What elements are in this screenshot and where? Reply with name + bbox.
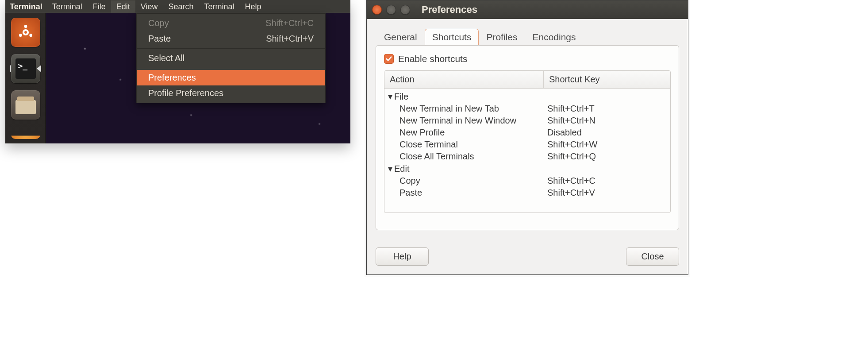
tab-encodings[interactable]: Encodings (525, 29, 583, 45)
tab-profiles[interactable]: Profiles (479, 29, 525, 45)
menu-file[interactable]: File (88, 0, 111, 13)
svg-point-0 (23, 30, 28, 35)
preferences-dialog: Preferences General Shortcuts Profiles E… (366, 0, 688, 275)
shortcut-action: New Terminal in New Window (399, 116, 547, 126)
window-close-button[interactable] (372, 5, 382, 15)
shortcut-row[interactable]: PasteShift+Ctrl+V (384, 187, 670, 199)
edit-dropdown-menu: Copy Shift+Ctrl+C Paste Shift+Ctrl+V Sel… (136, 13, 326, 103)
shortcut-key: Shift+Ctrl+Q (547, 151, 670, 162)
edit-copy-item[interactable]: Copy Shift+Ctrl+C (137, 15, 325, 31)
shortcut-key: Disabled (547, 128, 670, 138)
dialog-title: Preferences (422, 4, 477, 15)
shortcut-row[interactable]: New Terminal in New TabShift+Ctrl+T (384, 103, 670, 115)
menu-separator (137, 48, 325, 49)
menu-item-accel: Shift+Ctrl+V (266, 34, 314, 44)
shortcut-action: New Profile (399, 128, 547, 138)
desktop-screenshot: Terminal Terminal File Edit View Search … (5, 0, 350, 143)
menu-item-label: Select All (148, 53, 184, 63)
column-header-action[interactable]: Action (384, 71, 544, 88)
menu-terminal[interactable]: Terminal (47, 0, 88, 13)
menu-search[interactable]: Search (163, 0, 199, 13)
menu-item-accel: Shift+Ctrl+C (265, 18, 314, 28)
shortcuts-table-body[interactable]: ▾ File New Terminal in New TabShift+Ctrl… (384, 89, 670, 212)
column-header-shortcut-key[interactable]: Shortcut Key (544, 71, 670, 88)
shortcut-action: Paste (399, 188, 547, 198)
group-edit[interactable]: ▾ Edit (384, 162, 670, 175)
group-label: File (394, 92, 408, 102)
enable-shortcuts-checkbox[interactable] (384, 54, 394, 64)
app-title: Terminal (8, 2, 47, 12)
shortcuts-table: Action Shortcut Key ▾ File New Terminal … (384, 70, 671, 213)
shortcut-row[interactable]: CopyShift+Ctrl+C (384, 175, 670, 187)
global-menubar: Terminal Terminal File Edit View Search … (5, 0, 350, 13)
shortcut-action: Close Terminal (399, 139, 547, 150)
disclosure-triangle-icon: ▾ (388, 91, 392, 102)
shortcut-action: New Terminal in New Tab (399, 104, 547, 114)
menu-help[interactable]: Help (240, 0, 267, 13)
menu-item-label: Paste (148, 34, 171, 44)
unity-launcher (5, 13, 46, 143)
menu-item-label: Profile Preferences (148, 88, 223, 98)
shortcut-row[interactable]: Close All TerminalsShift+Ctrl+Q (384, 151, 670, 162)
menu-terminal-2[interactable]: Terminal (199, 0, 240, 13)
group-label: Edit (394, 164, 409, 174)
menu-edit[interactable]: Edit (111, 0, 135, 13)
disclosure-triangle-icon: ▾ (388, 163, 392, 174)
shortcut-action: Close All Terminals (399, 151, 547, 162)
shortcuts-panel: Enable shortcuts Action Shortcut Key ▾ F… (376, 45, 679, 230)
help-button[interactable]: Help (376, 247, 429, 266)
svg-point-2 (19, 34, 22, 37)
edit-select-all-item[interactable]: Select All (137, 50, 325, 66)
tab-shortcuts[interactable]: Shortcuts (425, 29, 479, 45)
shortcut-row[interactable]: New ProfileDisabled (384, 127, 670, 139)
dialog-button-bar: Help Close (376, 247, 679, 266)
enable-shortcuts-row: Enable shortcuts (384, 54, 671, 64)
firefox-launcher-icon[interactable] (11, 127, 40, 139)
svg-point-3 (29, 34, 32, 37)
shortcut-row[interactable]: New Terminal in New WindowShift+Ctrl+N (384, 115, 670, 127)
edit-preferences-item[interactable]: Preferences (137, 70, 325, 85)
window-maximize-button[interactable] (400, 5, 410, 15)
window-minimize-button[interactable] (386, 5, 396, 15)
enable-shortcuts-label: Enable shortcuts (398, 54, 467, 64)
dash-icon[interactable] (11, 18, 40, 47)
shortcut-action: Copy (399, 176, 547, 186)
close-button[interactable]: Close (626, 247, 679, 266)
menu-item-label: Copy (148, 18, 169, 28)
tab-general[interactable]: General (376, 29, 425, 45)
shortcut-key: Shift+Ctrl+W (547, 139, 670, 150)
terminal-launcher-icon[interactable] (11, 54, 40, 83)
shortcut-key: Shift+Ctrl+V (547, 188, 670, 198)
dialog-titlebar: Preferences (367, 0, 688, 19)
group-file[interactable]: ▾ File (384, 90, 670, 103)
menu-separator (137, 68, 325, 68)
shortcut-row[interactable]: Close TerminalShift+Ctrl+W (384, 139, 670, 151)
shortcut-key: Shift+Ctrl+T (547, 104, 670, 114)
tab-bar: General Shortcuts Profiles Encodings (367, 19, 688, 45)
shortcuts-table-header: Action Shortcut Key (384, 71, 670, 89)
focused-indicator-icon (37, 65, 41, 72)
menu-item-label: Preferences (148, 73, 196, 83)
edit-paste-item[interactable]: Paste Shift+Ctrl+V (137, 31, 325, 46)
svg-point-1 (24, 25, 27, 28)
shortcut-key: Shift+Ctrl+N (547, 116, 670, 126)
edit-profile-preferences-item[interactable]: Profile Preferences (137, 85, 325, 101)
menu-view[interactable]: View (135, 0, 163, 13)
shortcut-key: Shift+Ctrl+C (547, 176, 670, 186)
files-launcher-icon[interactable] (11, 90, 40, 120)
